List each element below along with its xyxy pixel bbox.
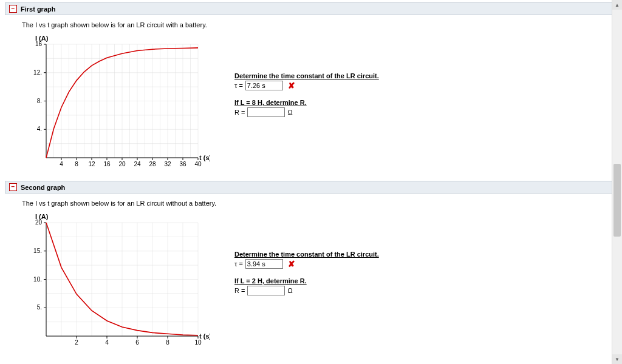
svg-text:40: 40 <box>194 161 202 167</box>
ohm-unit: Ω <box>287 287 292 294</box>
tau-input-second[interactable] <box>245 259 283 269</box>
vertical-scrollbar[interactable]: ▲ ▼ <box>612 0 622 364</box>
svg-text:28: 28 <box>149 161 156 167</box>
question-2-title: If L = 2 H, determine R. <box>234 277 379 285</box>
question-2-input-line: R = Ω <box>234 107 379 117</box>
wrong-icon: ✘ <box>288 259 295 269</box>
ohm-unit: Ω <box>287 109 292 116</box>
r-label: R = <box>234 109 245 116</box>
question-column-second: Determine the time constant of the LR ci… <box>234 211 379 353</box>
wrong-icon: ✘ <box>288 81 295 90</box>
r-input-second[interactable] <box>247 286 285 295</box>
question-1-title: Determine the time constant of the LR ci… <box>234 251 379 258</box>
svg-text:20: 20 <box>118 161 126 167</box>
svg-text:12: 12 <box>88 161 95 167</box>
section-header-first[interactable]: − First graph <box>5 2 617 15</box>
question-1-title: Determine the time constant of the LR ci… <box>234 72 379 79</box>
intro-text: The I vs t graph shown below is for an L… <box>22 200 609 207</box>
scroll-thumb[interactable] <box>613 164 621 237</box>
svg-text:5.: 5. <box>37 304 42 311</box>
svg-text:16: 16 <box>103 161 111 167</box>
section-title: First graph <box>21 5 55 13</box>
question-2-input-line: R = Ω <box>234 286 379 295</box>
svg-text:I (A): I (A) <box>35 35 49 42</box>
svg-text:6: 6 <box>135 339 139 346</box>
svg-text:8.: 8. <box>37 98 42 104</box>
svg-text:8: 8 <box>166 339 169 346</box>
svg-text:10: 10 <box>194 339 202 346</box>
svg-text:4: 4 <box>105 339 109 346</box>
question-1-input-line: τ = ✘ <box>234 259 379 269</box>
chart-first: 4812162024283236404.8.12.16I (A)t (s) <box>22 32 210 175</box>
svg-text:32: 32 <box>164 161 171 167</box>
svg-text:24: 24 <box>134 161 141 167</box>
section-title: Second graph <box>21 184 65 191</box>
question-column-first: Determine the time constant of the LR ci… <box>234 32 379 175</box>
svg-text:4: 4 <box>60 161 63 167</box>
svg-text:t (s): t (s) <box>199 332 210 340</box>
svg-text:t (s): t (s) <box>199 154 210 161</box>
svg-text:2: 2 <box>75 339 78 346</box>
svg-text:15.: 15. <box>33 248 42 254</box>
section-body-first: The I vs t graph shown below is for an L… <box>5 15 617 178</box>
collapse-icon[interactable]: − <box>9 183 17 191</box>
scroll-down-icon[interactable]: ▼ <box>612 354 622 364</box>
section-header-second[interactable]: − Second graph <box>5 181 617 194</box>
section-body-second: The I vs t graph shown below is for an L… <box>5 194 617 357</box>
collapse-icon[interactable]: − <box>9 5 17 13</box>
question-2-title: If L = 8 H, determine R. <box>234 99 379 106</box>
svg-text:12.: 12. <box>33 69 42 76</box>
scroll-up-icon[interactable]: ▲ <box>612 0 622 10</box>
chart-second: 2468105.10.15.20I (A)t (s) <box>22 211 210 353</box>
svg-text:4.: 4. <box>37 126 42 132</box>
question-1-input-line: τ = ✘ <box>234 81 379 90</box>
svg-text:8: 8 <box>75 161 78 167</box>
svg-text:36: 36 <box>179 161 186 167</box>
tau-input-first[interactable] <box>245 81 283 90</box>
r-label: R = <box>234 287 245 294</box>
intro-text: The I vs t graph shown below is for an L… <box>22 21 609 29</box>
r-input-first[interactable] <box>247 107 285 117</box>
tau-label: τ = <box>234 260 243 268</box>
svg-text:I (A): I (A) <box>35 213 49 220</box>
svg-text:10.: 10. <box>33 276 42 283</box>
tau-label: τ = <box>234 82 243 89</box>
